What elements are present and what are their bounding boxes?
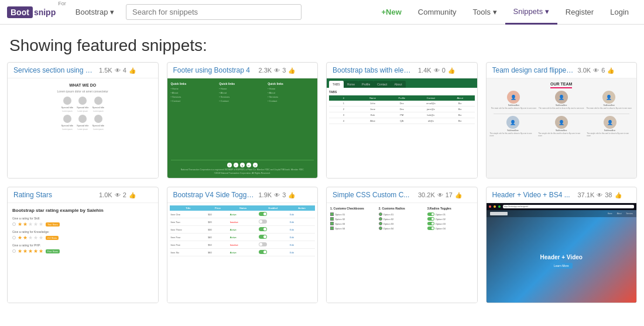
snippet-card-5: Rating Stars 1.0K 2 Bootstrap star ratin… <box>7 187 159 303</box>
card-meta-4: 3.0K 6 <box>578 67 615 74</box>
card-title-4[interactable]: Team design card flipper ... <box>492 66 574 74</box>
snippet-card-3: Bootstrap tabs with elega... 1.4K 0 TABS… <box>326 62 478 179</box>
card-title-2[interactable]: Footer using Bootstrap 4 <box>173 66 255 74</box>
card-preview-4[interactable]: OUR TEAM 👤 Subheadline The main role for… <box>487 78 637 178</box>
eye-icon-2 <box>274 67 280 74</box>
card-header-7: Simple CSS Custom C... 30.2K 17 <box>327 187 477 203</box>
card-header-6: Bootstrap V4 Side Toggle... 1.9K 3 <box>167 187 318 203</box>
brand-logo[interactable]: Boot snipp For <box>7 6 66 18</box>
thumb-icon-6 <box>288 191 295 198</box>
card-preview-3[interactable]: TABS Home Profile Contact About TABS # N… <box>327 78 477 178</box>
tools-link[interactable]: Tools ▾ <box>465 0 505 25</box>
card-preview-1[interactable]: WHAT WE DO Lorem ipsum dolor sit amet co… <box>8 78 158 178</box>
snippet-card-8: Header + Video + BS4 ... 37.1K 38 https:… <box>486 187 638 303</box>
card-title-8[interactable]: Header + Video + BS4 ... <box>492 191 574 199</box>
card-meta-3: 1.4K 0 <box>418 67 455 74</box>
thumb-icon-2 <box>288 67 295 74</box>
card-header-1: Services section using bo... 1.5K 4 <box>8 63 158 78</box>
thumb-icon-4 <box>607 67 614 74</box>
thumb-icon-7 <box>455 191 462 198</box>
snippets-grid: Services section using bo... 1.5K 4 WHAT… <box>0 62 644 315</box>
snippet-card-7: Simple CSS Custom C... 30.2K 17 1. Custo… <box>326 187 478 303</box>
search-input[interactable] <box>126 4 302 20</box>
community-link[interactable]: Community <box>410 0 465 25</box>
thumb-icon-8 <box>615 191 622 198</box>
new-link[interactable]: +New <box>374 0 410 25</box>
brand-for: For <box>58 1 66 6</box>
nav-right: +New Community Tools ▾ Snippets ▾ Regist… <box>374 0 637 25</box>
card-title-5[interactable]: Rating Stars <box>13 191 95 199</box>
thumb-icon-5 <box>129 191 136 198</box>
card-meta-7: 30.2K 17 <box>418 191 462 198</box>
thumb-icon <box>129 67 136 74</box>
bootstrap-label: Bootstrap ▾ <box>76 8 114 16</box>
bootstrap-dropdown[interactable]: Bootstrap ▾ <box>71 8 119 16</box>
eye-icon-4 <box>593 67 599 74</box>
card-header-8: Header + Video + BS4 ... 37.1K 38 <box>487 187 637 203</box>
register-link[interactable]: Register <box>557 0 602 25</box>
card-meta-2: 2.3K 3 <box>259 67 296 74</box>
card-meta-5: 1.0K 2 <box>99 191 136 198</box>
brand-snipp: snipp <box>34 8 56 17</box>
eye-icon-7 <box>437 191 443 198</box>
snippet-card-4: Team design card flipper ... 3.0K 6 OUR … <box>486 62 638 179</box>
search-form <box>126 4 302 20</box>
eye-icon-6 <box>274 191 280 198</box>
card-preview-2[interactable]: Quick links• Home• About• Services• Cont… <box>167 78 318 178</box>
card-title-1[interactable]: Services section using bo... <box>13 66 95 74</box>
card-header-4: Team design card flipper ... 3.0K 6 <box>487 63 637 78</box>
navbar: Boot snipp For Bootstrap ▾ +New Communit… <box>0 0 644 25</box>
card-header-3: Bootstrap tabs with elega... 1.4K 0 <box>327 63 477 78</box>
brand-boot: Boot <box>7 6 33 18</box>
snippet-card-6: Bootstrap V4 Side Toggle... 1.9K 3 Title… <box>167 187 318 303</box>
card-preview-8[interactable]: https://bootsnipp.com/snippets/... Home … <box>487 203 637 303</box>
page-title: Showing featured snippets: <box>0 25 644 62</box>
snippet-card-2: Footer using Bootstrap 4 2.3K 3 Quick li… <box>167 62 318 179</box>
card-preview-5[interactable]: Bootstrap star rating example by Salehin… <box>8 203 158 303</box>
card-header-2: Footer using Bootstrap 4 2.3K 3 <box>167 63 318 78</box>
card-title-6[interactable]: Bootstrap V4 Side Toggle... <box>173 191 255 199</box>
snippets-link[interactable]: Snippets ▾ <box>505 0 557 25</box>
login-link[interactable]: Login <box>602 0 637 25</box>
card-header-5: Rating Stars 1.0K 2 <box>8 187 158 203</box>
thumb-icon-3 <box>448 67 455 74</box>
eye-icon <box>115 67 121 74</box>
card-meta-6: 1.9K 3 <box>259 191 296 198</box>
snippet-card-1: Services section using bo... 1.5K 4 WHAT… <box>7 62 159 179</box>
eye-icon-3 <box>434 67 440 74</box>
card-meta-1: 1.5K 4 <box>99 67 136 74</box>
eye-icon-5 <box>115 191 121 198</box>
card-meta-8: 37.1K 38 <box>578 191 622 198</box>
card-title-3[interactable]: Bootstrap tabs with elega... <box>333 66 415 74</box>
card-preview-7[interactable]: 1. Customs Checkboxes Option 01 Option 0… <box>327 203 477 303</box>
card-preview-6[interactable]: TitlePriceStatusEnabledAction Item One$1… <box>167 203 318 303</box>
card-title-7[interactable]: Simple CSS Custom C... <box>333 191 415 199</box>
eye-icon-8 <box>597 191 602 198</box>
